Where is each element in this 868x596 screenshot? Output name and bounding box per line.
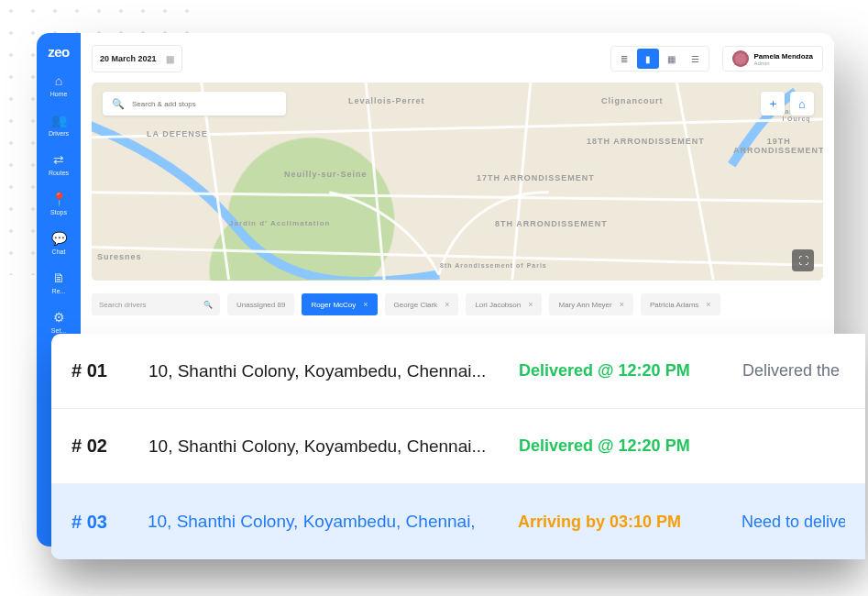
view-chart-button[interactable]: ≣ — [613, 49, 635, 69]
row-note: Delivered the — [742, 361, 840, 381]
map-label: Suresnes — [97, 253, 142, 262]
map-label: 8th Arondissement of Paris — [440, 262, 547, 270]
close-icon[interactable]: × — [620, 300, 624, 309]
driver-search-placeholder: Search drivers — [99, 301, 147, 309]
plus-icon: ＋ — [767, 95, 779, 112]
chat-icon: 💬 — [42, 232, 75, 245]
driver-filter-strip: Search drivers 🔍 Unassigned 89 Roger McC… — [92, 290, 823, 319]
chip-label: Lori Jacobson — [475, 301, 521, 309]
chip-unassigned[interactable]: Unassigned 89 — [227, 293, 294, 315]
sidebar-item-settings[interactable]: ⚙ Set... — [42, 311, 75, 334]
delivery-row[interactable]: # 01 10, Shanthi Colony, Koyambedu, Chen… — [51, 334, 865, 409]
pin-icon: 📍 — [42, 193, 75, 205]
view-grid-button[interactable]: ▦ — [661, 49, 683, 69]
delivery-list: # 01 10, Shanthi Colony, Koyambedu, Chen… — [51, 334, 865, 559]
map-label: LA DEFENSE — [147, 130, 208, 139]
map-controls: ＋ ⌂ — [761, 92, 814, 116]
search-icon: 🔍 — [203, 301, 213, 309]
chip-driver[interactable]: George Clark × — [385, 293, 459, 315]
avatar — [732, 50, 749, 67]
chip-label: Unassigned 89 — [236, 301, 285, 309]
close-icon[interactable]: × — [528, 300, 533, 309]
brand-logo[interactable]: zeo — [48, 44, 70, 60]
row-status: Delivered @ 12:20 PM — [519, 361, 720, 381]
map-search[interactable]: 🔍 — [103, 92, 286, 116]
close-icon[interactable]: × — [445, 300, 449, 309]
sidebar-item-label: Set... — [42, 327, 75, 334]
fullscreen-icon: ⛶ — [798, 255, 808, 266]
grid-icon: ▦ — [667, 54, 676, 64]
chip-driver[interactable]: Lori Jacobson × — [466, 293, 542, 315]
sidebar-item-stops[interactable]: 📍 Stops — [42, 193, 75, 215]
map-label: Jardin d' Acclimatation — [229, 220, 330, 228]
sidebar-item-label: Home — [42, 91, 75, 97]
user-role: Admin — [754, 61, 813, 66]
row-status: Delivered @ 12:20 PM — [519, 436, 720, 456]
row-note: Need to delive — [742, 513, 845, 532]
topbar: 20 March 2021 ▦ ≣ ▮ ▦ ☰ Pamela Mendoza A… — [92, 42, 823, 75]
date-value: 20 March 2021 — [100, 54, 157, 63]
chip-driver[interactable]: Patricia Adams × — [641, 293, 720, 315]
sidebar-item-reports[interactable]: 🗎 Re... — [42, 271, 75, 294]
list-icon: ☰ — [691, 54, 699, 64]
date-picker[interactable]: 20 March 2021 ▦ — [92, 45, 182, 72]
recenter-button[interactable]: ⌂ — [790, 92, 814, 116]
user-menu[interactable]: Pamela Mendoza Admin — [722, 46, 823, 72]
sidebar-item-label: Chat — [42, 248, 75, 255]
search-icon: 🔍 — [112, 98, 125, 110]
drivers-icon: 👥 — [42, 114, 75, 127]
row-index: # 01 — [71, 360, 126, 381]
delivery-row[interactable]: # 02 10, Shanthi Colony, Koyambedu, Chen… — [51, 409, 865, 484]
sidebar-item-label: Routes — [42, 170, 75, 176]
chip-driver[interactable]: Mary Ann Meyer × — [549, 293, 633, 315]
home-icon: ⌂ — [798, 97, 806, 111]
user-name: Pamela Mendoza — [754, 52, 813, 61]
map-icon: ▮ — [645, 54, 651, 64]
driver-search[interactable]: Search drivers 🔍 — [92, 293, 220, 315]
row-index: # 02 — [71, 436, 126, 457]
delivery-row[interactable]: # 03 10, Shanthi Colony, Koyambedu, Chen… — [51, 484, 865, 559]
search-input[interactable] — [132, 100, 277, 108]
chip-label: Roger McCoy — [311, 301, 356, 309]
map-label: 8TH ARRONDISSEMENT — [495, 220, 608, 229]
row-index: # 03 — [71, 512, 126, 533]
view-map-button[interactable]: ▮ — [637, 49, 659, 69]
row-address: 10, Shanthi Colony, Koyambedu, Chennai..… — [148, 436, 497, 457]
view-list-button[interactable]: ☰ — [685, 49, 707, 69]
row-address: 10, Shanthi Colony, Koyambedu, Chennai, — [148, 512, 496, 532]
sidebar-item-label: Drivers — [42, 130, 75, 137]
gear-icon: ⚙ — [42, 311, 75, 324]
bars-icon: ≣ — [621, 54, 628, 64]
sidebar-item-label: Re... — [42, 288, 75, 294]
chip-label: Mary Ann Meyer — [558, 301, 611, 309]
fullscreen-button[interactable]: ⛶ — [792, 249, 814, 271]
sidebar-item-home[interactable]: ⌂ Home — [42, 74, 75, 97]
map-label: Clignancourt — [601, 97, 664, 106]
row-address: 10, Shanthi Colony, Koyambedu, Chennai..… — [148, 361, 497, 381]
map-label: 18TH ARRONDISSEMENT — [587, 138, 705, 147]
report-icon: 🗎 — [42, 271, 75, 284]
view-switch: ≣ ▮ ▦ ☰ — [610, 46, 709, 72]
map-label: Neuilly-sur-Seine — [284, 171, 368, 180]
chip-label: Patricia Adams — [650, 301, 698, 309]
map-label: Levallois-Perret — [348, 97, 425, 106]
row-status: Arriving by 03:10 PM — [518, 513, 720, 532]
routes-icon: ⇄ — [42, 153, 75, 166]
map-label: 19TH ARRONDISSEMENT — [733, 138, 823, 156]
chip-label: George Clark — [394, 301, 438, 309]
close-icon[interactable]: × — [363, 300, 368, 309]
close-icon[interactable]: × — [706, 300, 710, 309]
sidebar-item-routes[interactable]: ⇄ Routes — [42, 153, 75, 176]
calendar-icon: ▦ — [166, 54, 174, 64]
chip-driver[interactable]: Roger McCoy × — [302, 293, 377, 315]
map-canvas[interactable]: LA DEFENSE Levallois-Perret Neuilly-sur-… — [92, 83, 823, 281]
add-stop-button[interactable]: ＋ — [761, 92, 785, 116]
sidebar-item-drivers[interactable]: 👥 Drivers — [42, 114, 75, 137]
map-label: 17TH ARRONDISSEMENT — [477, 174, 595, 183]
sidebar-item-chat[interactable]: 💬 Chat — [42, 232, 75, 255]
home-icon: ⌂ — [42, 74, 75, 87]
sidebar-item-label: Stops — [42, 209, 75, 215]
